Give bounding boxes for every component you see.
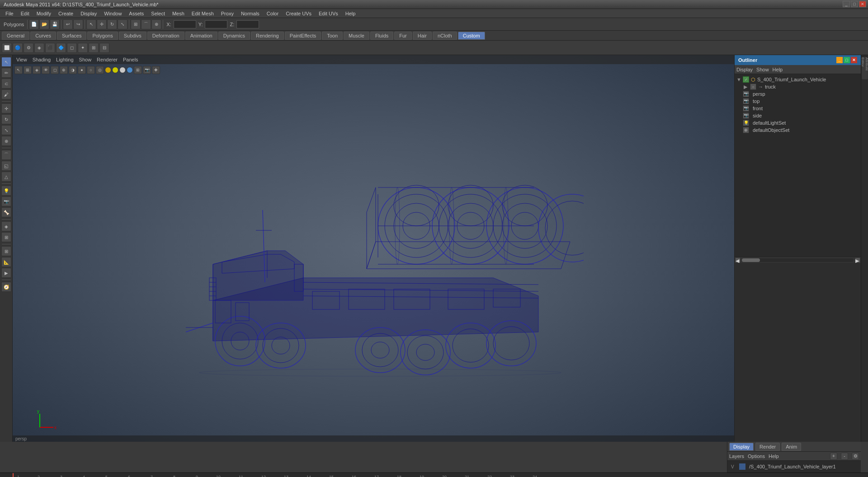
menu-normals[interactable]: Normals bbox=[237, 10, 263, 17]
menu-assets[interactable]: Assets bbox=[125, 10, 147, 17]
lt-move[interactable]: ✛ bbox=[1, 103, 11, 113]
menu-create-uvs[interactable]: Create UVs bbox=[282, 10, 315, 17]
lt-camera[interactable]: 📷 bbox=[1, 196, 11, 206]
shelf-tab-ncloth[interactable]: nCloth bbox=[433, 32, 457, 40]
shelf-icon-3[interactable]: ⚙ bbox=[24, 43, 33, 53]
lt-curve[interactable]: ⌒ bbox=[1, 150, 11, 160]
layer-menu-options[interactable]: Options bbox=[748, 454, 765, 459]
tb-new[interactable]: 📄 bbox=[29, 19, 39, 29]
outliner-minimize[interactable]: _ bbox=[836, 57, 843, 63]
minimize-button[interactable]: _ bbox=[843, 1, 850, 7]
shelf-tab-paintfx[interactable]: PaintEffects bbox=[285, 32, 321, 40]
vis-toggle-objset[interactable]: ⊕ bbox=[743, 127, 749, 133]
shelf-tab-polygons[interactable]: Polygons bbox=[87, 32, 118, 40]
shelf-icon-6[interactable]: 🔷 bbox=[56, 43, 66, 53]
expand-icon-front[interactable]: ▶ bbox=[736, 106, 742, 112]
vp-icon-7[interactable]: ◑ bbox=[69, 66, 77, 74]
lt-measure[interactable]: 📐 bbox=[1, 257, 11, 267]
shelf-tab-dynamics[interactable]: Dynamics bbox=[218, 32, 250, 40]
expand-icon-objset[interactable]: ▶ bbox=[736, 127, 742, 133]
shelf-tab-muscle[interactable]: Muscle bbox=[344, 32, 369, 40]
menu-edit[interactable]: Edit bbox=[17, 10, 33, 17]
outliner-item-side[interactable]: ▶ 📷 side bbox=[735, 112, 861, 119]
expand-icon-side[interactable]: ▶ bbox=[736, 113, 742, 119]
vis-toggle-top[interactable]: 📷 bbox=[743, 98, 749, 104]
lt-nav[interactable]: 🧭 bbox=[1, 282, 11, 292]
shelf-tab-subdiv[interactable]: Subdivs bbox=[119, 32, 146, 40]
hscroll-thumb[interactable] bbox=[742, 258, 760, 262]
expand-icon-truck[interactable]: ▶ bbox=[744, 84, 749, 90]
tb-open[interactable]: 📂 bbox=[39, 19, 49, 29]
shelf-icon-8[interactable]: ✦ bbox=[78, 43, 88, 53]
tb-save[interactable]: 💾 bbox=[50, 19, 60, 29]
outliner-item-top[interactable]: ▶ 📷 top bbox=[735, 98, 861, 105]
outliner-hscrollbar[interactable]: ◀ ▶ bbox=[735, 257, 861, 263]
vp-menu-shading[interactable]: Shading bbox=[33, 57, 51, 62]
menu-select[interactable]: Select bbox=[147, 10, 169, 17]
lt-select[interactable]: ↖ bbox=[1, 57, 11, 67]
vp-icon-5[interactable]: ◻ bbox=[51, 66, 59, 74]
lt-paint[interactable]: ✏ bbox=[1, 68, 11, 78]
menu-file[interactable]: File bbox=[2, 10, 17, 17]
shelf-tab-surfaces[interactable]: Surfaces bbox=[57, 32, 86, 40]
vp-icon-10[interactable]: ◎ bbox=[96, 66, 104, 74]
lt-bone[interactable]: 🦴 bbox=[1, 207, 11, 217]
vis-toggle-persp[interactable]: 📷 bbox=[743, 91, 749, 97]
expand-icon-lightset[interactable]: ▶ bbox=[736, 120, 742, 126]
vp-icon-2[interactable]: ⊞ bbox=[24, 66, 32, 74]
shelf-icon-5[interactable]: ⬛ bbox=[45, 43, 55, 53]
viewport[interactable]: View Shading Lighting Show Renderer Pane… bbox=[13, 55, 734, 442]
lt-lasso[interactable]: ⊂ bbox=[1, 79, 11, 89]
hscroll-right-btn[interactable]: ▶ bbox=[855, 258, 860, 262]
layer-btn-3[interactable]: ⚙ bbox=[852, 453, 859, 460]
vis-toggle-lightset[interactable]: 💡 bbox=[743, 120, 749, 126]
attr-editor-tab[interactable]: Attribute Editor bbox=[862, 57, 868, 80]
vp-icon-6[interactable]: ⊕ bbox=[60, 66, 68, 74]
shelf-tab-custom[interactable]: Custom bbox=[458, 32, 485, 40]
layer-tab-display[interactable]: Display bbox=[729, 443, 754, 451]
tb-rotate[interactable]: ↻ bbox=[107, 19, 117, 29]
outliner-item-root[interactable]: ▼ ✓ ⬡ S_400_Triumf_Launch_Vehicle bbox=[735, 76, 861, 83]
lt-scale[interactable]: ⤡ bbox=[1, 125, 11, 135]
vp-icon-11[interactable]: ⊞ bbox=[134, 66, 142, 74]
outliner-maximize[interactable]: □ bbox=[844, 57, 850, 63]
menu-edit-mesh[interactable]: Edit Mesh bbox=[188, 10, 217, 17]
vp-icon-1[interactable]: ↖ bbox=[14, 66, 23, 74]
expand-icon-top[interactable]: ▶ bbox=[736, 98, 742, 104]
tb-redo[interactable]: ↪ bbox=[73, 19, 83, 29]
layer-tab-render[interactable]: Render bbox=[755, 443, 780, 451]
vp-icon-light3[interactable] bbox=[119, 67, 126, 73]
shelf-tab-fluids[interactable]: Fluids bbox=[370, 32, 393, 40]
vp-icon-3[interactable]: ◈ bbox=[33, 66, 41, 74]
menu-proxy[interactable]: Proxy bbox=[217, 10, 237, 17]
layer-btn-2[interactable]: - bbox=[841, 453, 848, 460]
outliner-item-persp[interactable]: ▶ 📷 persp bbox=[735, 90, 861, 98]
outliner-close[interactable]: ✕ bbox=[851, 57, 857, 63]
maximize-button[interactable]: □ bbox=[851, 1, 858, 7]
tb-select[interactable]: ↖ bbox=[86, 19, 96, 29]
expand-icon-persp[interactable]: ▶ bbox=[736, 91, 742, 97]
tb-undo[interactable]: ↩ bbox=[63, 19, 73, 29]
close-button[interactable]: ✕ bbox=[859, 1, 866, 7]
timeline-ruler[interactable]: 1 2 3 4 5 6 7 8 9 10 11 12 13 14 15 16 1… bbox=[13, 473, 727, 477]
tb-move[interactable]: ✛ bbox=[97, 19, 107, 29]
vp-icon-light4[interactable] bbox=[127, 67, 133, 73]
x-input[interactable] bbox=[174, 20, 196, 28]
vp-icon-4[interactable]: 👁 bbox=[42, 66, 50, 74]
menu-create[interactable]: Create bbox=[55, 10, 77, 17]
vis-toggle[interactable]: ✓ bbox=[743, 76, 749, 83]
tb-snap-curve[interactable]: ⌒ bbox=[141, 19, 151, 29]
lt-snap[interactable]: ⊞ bbox=[1, 246, 11, 256]
vp-icon-12[interactable]: 📷 bbox=[143, 66, 151, 74]
lt-rotate[interactable]: ↻ bbox=[1, 114, 11, 124]
shelf-tab-hair[interactable]: Hair bbox=[413, 32, 432, 40]
layer-item-1[interactable]: V /S_400_Triumf_Launch_Vehicle_layer1 bbox=[729, 463, 859, 471]
vp-menu-view[interactable]: View bbox=[16, 57, 27, 62]
lt-paint2[interactable]: 🖌 bbox=[1, 89, 11, 99]
outliner-item-front[interactable]: ▶ 📷 front bbox=[735, 105, 861, 112]
timeline[interactable]: 1 2 3 4 5 6 7 8 9 10 11 12 13 14 15 16 1… bbox=[0, 472, 868, 477]
z-input[interactable] bbox=[236, 20, 259, 28]
expand-icon[interactable]: ▼ bbox=[736, 77, 742, 82]
vp-icon-9[interactable]: ○ bbox=[87, 66, 95, 74]
menu-help[interactable]: Help bbox=[342, 10, 359, 17]
